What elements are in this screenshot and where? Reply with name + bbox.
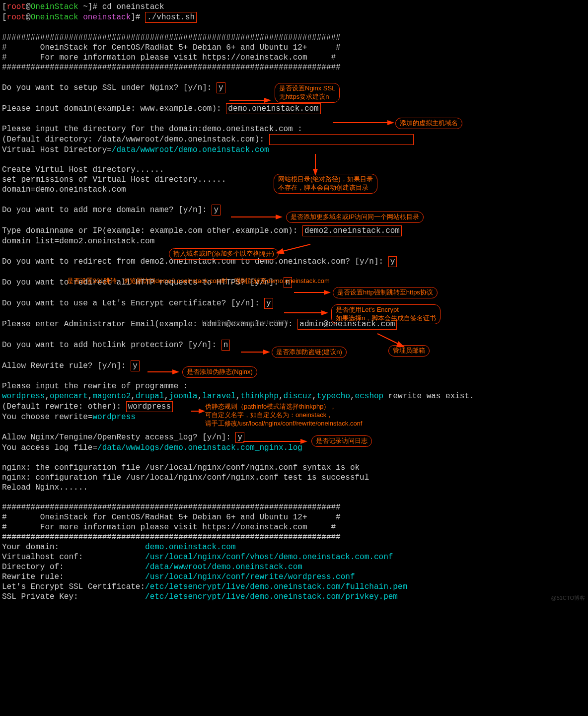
rw-drupal: drupal xyxy=(136,392,164,401)
a-more[interactable]: y xyxy=(212,205,220,215)
rw-typecho: typecho xyxy=(317,392,350,401)
sum-domain-value: demo.oneinstack.com xyxy=(145,543,235,552)
prompt-cwd: oneinstack xyxy=(83,13,131,22)
log-file-val: /data/wwwlogs/demo.oneinstack.com_nginx.… xyxy=(97,443,302,452)
a-redirect[interactable]: y xyxy=(388,256,397,267)
prompt-user: root xyxy=(7,2,26,11)
banner2-line1: OneinStack for CentOS/RadHat 5+ Debian 6… xyxy=(40,513,307,522)
annot-ssl: 是否设置Nginx SSL无https要求建议n xyxy=(275,83,340,103)
rewrite-intro: Please input the rewrite of programme : xyxy=(2,382,188,391)
cmd-cd: cd oneinstack xyxy=(102,2,164,11)
q-dir-l2: (Default directory: /data/wwwroot/demo.o… xyxy=(2,135,269,144)
rw-ecshop: ecshop xyxy=(355,392,384,401)
a-rewrite[interactable]: y xyxy=(131,360,140,371)
a-domain[interactable]: demo.oneinstack.com xyxy=(226,103,320,114)
watermark-csdn: http://blog.csdn.net/haibo0668 xyxy=(202,318,288,326)
annot-email: 管理员邮箱 xyxy=(388,345,430,357)
rw-magento2: magento2 xyxy=(92,392,131,401)
q-more-domain: Type domainname or IP(example: example.c… xyxy=(2,226,302,235)
annot-le: 是否使用Let's Encrypt如果选择n，脚本会生成自签名证书 xyxy=(331,304,441,324)
q-ssl: Do you want to setup SSL under Nginx? [y… xyxy=(2,83,217,92)
q-domain: Please input domain(example: www.example… xyxy=(2,104,226,113)
vhost-dir-value: /data/wwwroot/demo.oneinstack.com xyxy=(112,145,269,154)
sum-vconf-value: /usr/local/nginx/conf/vhost/demo.oneinst… xyxy=(145,553,393,562)
sum-dirof-label: Directory of: xyxy=(2,563,145,572)
rw-laravel: laravel xyxy=(202,392,235,401)
sum-vconf-label: Virtualhost conf: xyxy=(2,553,145,562)
annot-log: 是否记录访问日志 xyxy=(311,435,372,447)
prompt-bracket: [ xyxy=(2,2,7,11)
banner2-line2: For more information please visit https:… xyxy=(40,523,307,532)
rw-thinkphp: thinkphp xyxy=(240,392,279,401)
rw-wordpress: wordpress xyxy=(2,392,45,401)
sum-rw-value: /usr/local/nginx/conf/rewrite/wordpress.… xyxy=(145,573,355,581)
nginx-l3: Reload Nginx...... xyxy=(2,483,88,492)
prompt-host: OneinStack xyxy=(31,2,78,11)
vhost-dir-label: Virtual Host Directory= xyxy=(2,145,112,154)
banner-hash-bot: ########################################… xyxy=(2,63,341,72)
sum-key-value: /etc/letsencrypt/live/demo.oneinstack.co… xyxy=(145,592,398,601)
a-more-domain[interactable]: demo2.oneinstack.com xyxy=(302,225,402,236)
annot-redirect: 是否设置301跳转，浏览器访问demo2.oneinstack.com时，强制跳… xyxy=(67,277,330,286)
annot-domain: 添加的虚拟主机域名 xyxy=(395,118,462,129)
q-more: Do you want to add more domain name? [y/… xyxy=(2,206,212,215)
banner-line2: For more information please visit https:… xyxy=(40,53,307,62)
banner2-hash-bot: ########################################… xyxy=(2,533,341,542)
q-log: Allow Nginx/Tengine/OpenResty access_log… xyxy=(2,433,235,442)
rewrite-choose-val: wordpress xyxy=(92,413,135,422)
create-l2: set permissions of Virtual Host director… xyxy=(2,175,226,184)
cmd-vhost: ./vhost.sh xyxy=(145,12,197,23)
sum-key-label: SSL Private Key: xyxy=(2,592,145,601)
rw-joomla: joomla xyxy=(169,392,198,401)
create-l1: Create Virtul Host directory...... xyxy=(2,165,164,174)
annot-https: 是否设置http强制跳转至https协议 xyxy=(333,287,438,298)
a-hotlink[interactable]: n xyxy=(221,340,230,351)
sum-ssl-label: Let's Encrypt SSL Certificate: xyxy=(2,582,145,591)
rw-opencart: opencart xyxy=(50,392,88,401)
annot-rw: 伪静态规则（pathinfo模式请选择thinkphp）， 可自定义名字，如自定… xyxy=(205,403,362,428)
a-ssl[interactable]: y xyxy=(217,82,225,93)
q-hotlink: Do you want to add hotlink protection? [… xyxy=(2,341,221,350)
q-rewrite: Allow Rewrite rule? [y/n]: xyxy=(2,361,131,370)
q-dir-l1: Please input the directory for the domai… xyxy=(2,125,302,134)
a-le[interactable]: y xyxy=(264,298,273,309)
create-l3: domain=demo.oneinstack.com xyxy=(2,185,126,194)
a-dir-input[interactable] xyxy=(269,134,414,145)
q-le: Do you want to use a Let's Encrypt certi… xyxy=(2,299,264,308)
sum-rw-label: Rewrite rule: xyxy=(2,573,145,581)
sum-dirof-value: /data/wwwroot/demo.oneinstack.com xyxy=(145,563,302,572)
log-file-pre: You access log file= xyxy=(2,443,97,452)
banner-line1: OneinStack for CentOS/RadHat 5+ Debian 6… xyxy=(40,43,307,52)
banner-hash-top: ########################################… xyxy=(2,33,341,42)
rewrite-choice[interactable]: wordpress xyxy=(126,401,173,412)
rewrite-choose-pre: You choose rewrite= xyxy=(2,413,92,422)
annot-rewrite: 是否添加伪静态(Nginx) xyxy=(182,366,257,378)
annot-hotlink: 是否添加防盗链(建议n) xyxy=(272,347,347,358)
rewrite-default: (Default rewrite: other): xyxy=(2,402,126,411)
sum-ssl-value: /etc/letsencrypt/live/demo.oneinstack.co… xyxy=(145,582,407,591)
annot-more-domain: 输入域名或IP(添加多个以空格隔开) xyxy=(169,248,279,260)
rw-discuz: discuz xyxy=(284,392,312,401)
domain-list: domain list=demo2.oneinstack.com xyxy=(2,237,154,246)
a-log[interactable]: y xyxy=(235,432,244,443)
watermark-51cto: @51CTO博客 xyxy=(551,595,585,602)
banner2-hash-top: ########################################… xyxy=(2,503,341,512)
nginx-l1: nginx: the configuration file /usr/local… xyxy=(2,463,360,472)
nginx-l2: nginx: configuration file /usr/local/ngi… xyxy=(2,473,369,482)
sum-domain-label: Your domain: xyxy=(2,543,145,552)
annot-dir: 网站根目录(绝对路径)，如果目录不存在，脚本会自动创建该目录 xyxy=(274,174,377,194)
annot-more: 是否添加更多域名或IP访问同一个网站根目录 xyxy=(286,212,424,223)
